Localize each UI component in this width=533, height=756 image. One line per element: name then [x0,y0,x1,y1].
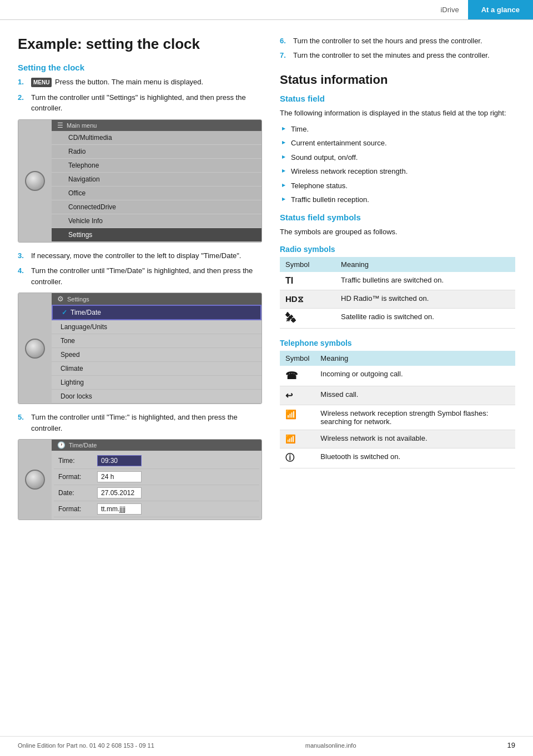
step-2-num: 2. [18,92,27,114]
radio-symbols-table: Symbol Meaning TI Traffic bulletins are … [280,257,515,329]
main-menu-screenshot: ☰ Main menu CD/Multimedia Radio Telephon… [18,119,262,243]
step-6: 6. Turn the controller to set the hours … [280,36,515,47]
settings-item: Speed [52,348,262,362]
tel-symbol-reception: 📶 [280,405,315,430]
clock-icon: 🕐 [57,441,66,449]
table-row: 📶 Wireless network reception strength Sy… [280,405,515,430]
main-menu-title-bar: ☰ Main menu [52,120,262,131]
radio-meaning-hd: HD Radio™ is switched on. [335,290,515,309]
header-tab-at-a-glance[interactable]: At a glance [468,0,533,19]
menu-item: Radio [52,145,262,159]
status-field-symbols-heading: Status field symbols [280,213,515,222]
right-column: 6. Turn the controller to set the hours … [280,36,515,528]
radio-symbols-heading: Radio symbols [280,245,515,254]
list-item: Time. [280,122,515,137]
time-label-time: Time: [58,457,97,465]
status-info-heading: Status information [280,73,515,87]
table-row: ☎ Incoming or outgoing call. [280,366,515,386]
time-date-menu-area: 🕐 Time/Date Time: 09:30 Format: 24 h [52,440,262,520]
radio-symbol-satellite: 🛰 [280,309,335,329]
step-3-num: 3. [18,250,27,261]
table-row: TI Traffic bulletins are switched on. [280,272,515,290]
settings-item: Door locks [52,390,262,404]
tel-meaning-reception: Wireless network reception strength Symb… [315,405,515,430]
tel-table-header-symbol: Symbol [280,351,315,366]
tel-symbol-bluetooth: ⓘ [280,448,315,468]
step-6-text: Turn the controller to set the hours and… [293,36,515,47]
step-2: 2. Turn the controller until "Settings" … [18,92,262,114]
menu-item: Navigation [52,173,262,187]
tel-meaning-missed: Missed call. [315,386,515,405]
settings-list: ✓ Time/Date Language/Units Tone Speed Cl… [52,305,262,404]
time-label-date: Date: [58,489,97,497]
status-field-intro: The following information is displayed i… [280,108,515,119]
step-5: 5. Turn the controller until "Time:" is … [18,412,262,434]
time-value-date: 27.05.2012 [97,487,142,498]
page-title: Example: setting the clock [18,36,262,53]
menu-item: CD/Multimedia [52,131,262,145]
table-row: ⓘ Bluetooth is switched on. [280,448,515,468]
settings-item-label: Time/Date [71,309,101,316]
footer-watermark: manualsonline.info [305,742,356,749]
settings-title-bar: ⚙ Settings [52,293,262,305]
step-6-num: 6. [280,36,289,47]
tel-meaning-bluetooth: Bluetooth is switched on. [315,448,515,468]
time-date-controller-knob [25,470,45,490]
main-content: Example: setting the clock Setting the c… [0,20,533,543]
settings-menu-area: ⚙ Settings ✓ Time/Date Language/Units To… [52,293,262,404]
radio-meaning-ti: Traffic bulletins are switched on. [335,272,515,290]
list-item: Sound output, on/off. [280,150,515,165]
checkmark-icon: ✓ [62,309,67,316]
main-menu-area: ☰ Main menu CD/Multimedia Radio Telephon… [52,120,262,242]
time-label-format1: Format: [58,473,97,481]
list-item: Wireless network reception strength. [280,164,515,179]
status-field-symbols-intro: The symbols are grouped as follows. [280,226,515,238]
tel-table-header-meaning: Meaning [315,351,515,366]
settings-item-timedate: ✓ Time/Date [52,305,262,320]
step-5-text: Turn the controller until "Time:" is hig… [31,412,262,434]
menu-icon: MENU [31,78,52,87]
radio-symbol-ti: TI [280,272,335,290]
tel-meaning-phone: Incoming or outgoing call. [315,366,515,386]
main-menu-list: CD/Multimedia Radio Telephone Navigation… [52,131,262,242]
menu-item: Office [52,187,262,200]
time-date-screenshot: 🕐 Time/Date Time: 09:30 Format: 24 h [18,439,262,520]
time-row-time: Time: 09:30 [54,453,259,469]
menu-item: Telephone [52,159,262,173]
radio-symbol-hd: HD⧖ [280,290,335,309]
time-value-format2: tt.mm.jjjj [97,503,142,515]
time-row-format2: Format: tt.mm.jjjj [54,501,259,517]
table-row: 📶 Wireless network is not available. [280,430,515,448]
table-row: 🛰 Satellite radio is switched on. [280,309,515,329]
status-field-heading: Status field [280,94,515,103]
list-icon: ☰ [57,122,63,129]
step-1-text: MENU Press the button. The main menu is … [31,77,262,88]
time-row-format1: Format: 24 h [54,469,259,485]
tel-symbol-no-network: 📶 [280,430,315,448]
step-4-text: Turn the controller until "Time/Date" is… [31,265,262,287]
radio-meaning-satellite: Satellite radio is switched on. [335,309,515,329]
page-footer: Online Edition for Part no. 01 40 2 608 … [0,736,533,749]
settings-screenshot: ⚙ Settings ✓ Time/Date Language/Units To… [18,293,262,404]
settings-item: Lighting [52,376,262,390]
main-menu-title: Main menu [67,122,97,129]
step-3: 3. If necessary, move the controller to … [18,250,262,261]
step-3-text: If necessary, move the controller to the… [31,250,262,261]
status-field-list: Time. Current entertainment source. Soun… [280,122,515,207]
settings-item: Tone [52,334,262,348]
step-7: 7. Turn the controller to set the minute… [280,50,515,61]
settings-title: Settings [67,296,89,303]
settings-knob-area [18,293,52,404]
step-2-text: Turn the controller until "Settings" is … [31,92,262,114]
radio-table-header-symbol: Symbol [280,257,335,272]
time-date-form: Time: 09:30 Format: 24 h Date: 27.05.201… [52,451,262,520]
menu-item: ConnectedDrive [52,200,262,214]
page-number: 19 [507,741,515,749]
header-idrive-label: iDrive [431,0,467,19]
menu-item-settings: Settings [52,228,262,242]
list-item: Current entertainment source. [280,136,515,150]
step-5-num: 5. [18,412,27,434]
settings-item: Climate [52,362,262,376]
footer-text: Online Edition for Part no. 01 40 2 608 … [18,742,154,749]
time-date-knob-area [18,440,52,520]
